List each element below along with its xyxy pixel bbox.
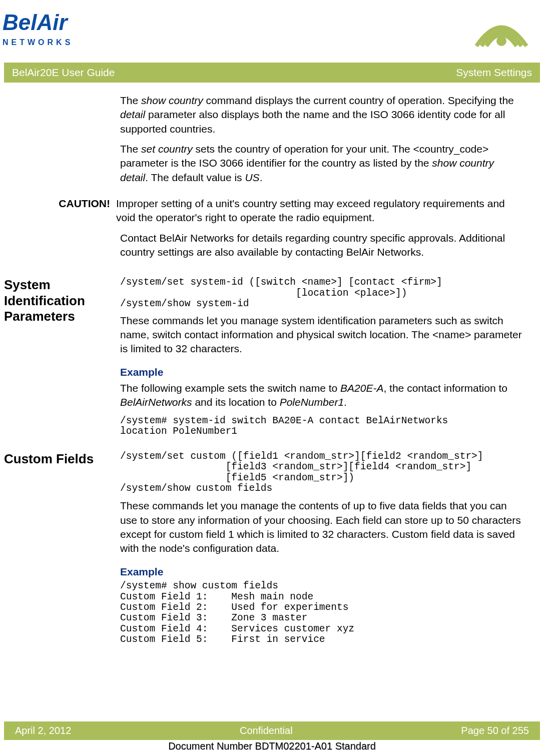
- example-heading: Example: [120, 365, 524, 379]
- sysid-example-text: The following example sets the switch na…: [120, 381, 524, 410]
- show-country-para: The show country command displays the cu…: [120, 94, 524, 136]
- custom-example-output: /system# show custom fields Custom Field…: [120, 581, 524, 645]
- caution-label: CAUTION!: [0, 197, 120, 265]
- sysid-heading: System Identification Parameters: [0, 277, 120, 441]
- sysid-desc: These commands let you manage system ide…: [120, 314, 524, 356]
- title-banner: BelAir20E User Guide System Settings: [4, 63, 540, 83]
- custom-command: /system/set custom ([field1 <random_str>…: [120, 451, 524, 494]
- custom-heading: Custom Fields: [0, 451, 120, 649]
- sysid-command: /system/set system-id ([switch <name>] […: [120, 277, 524, 309]
- guide-title: BelAir20E User Guide: [12, 66, 115, 80]
- footer-page: Page 50 of 255: [461, 724, 529, 737]
- belair-logo: BelAir NETWORKS: [3, 6, 93, 55]
- page-content: The show country command displays the cu…: [0, 83, 544, 649]
- example-heading: Example: [120, 565, 524, 579]
- svg-text:NETWORKS: NETWORKS: [3, 38, 73, 47]
- custom-desc: These commands let you manage the conten…: [120, 499, 524, 555]
- section-title: System Settings: [456, 66, 532, 80]
- footer-date: April 2, 2012: [15, 724, 71, 737]
- footer-banner: April 2, 2012 Confidential Page 50 of 25…: [4, 721, 540, 740]
- sysid-example-cmd: /system# system-id switch BA20E-A contac…: [120, 416, 524, 437]
- svg-point-2: [496, 36, 506, 46]
- footer-docnum: Document Number BDTM02201-A01 Standard: [0, 739, 544, 753]
- swoosh-icon: [474, 6, 529, 60]
- page-header: BelAir NETWORKS: [0, 0, 544, 63]
- caution-text: Improper setting of a unit's country set…: [116, 197, 524, 225]
- caution-after: Contact BelAir Networks for details rega…: [120, 231, 524, 260]
- svg-text:BelAir: BelAir: [3, 10, 69, 35]
- footer-confidential: Confidential: [240, 724, 293, 737]
- set-country-para: The set country sets the country of oper…: [120, 142, 524, 185]
